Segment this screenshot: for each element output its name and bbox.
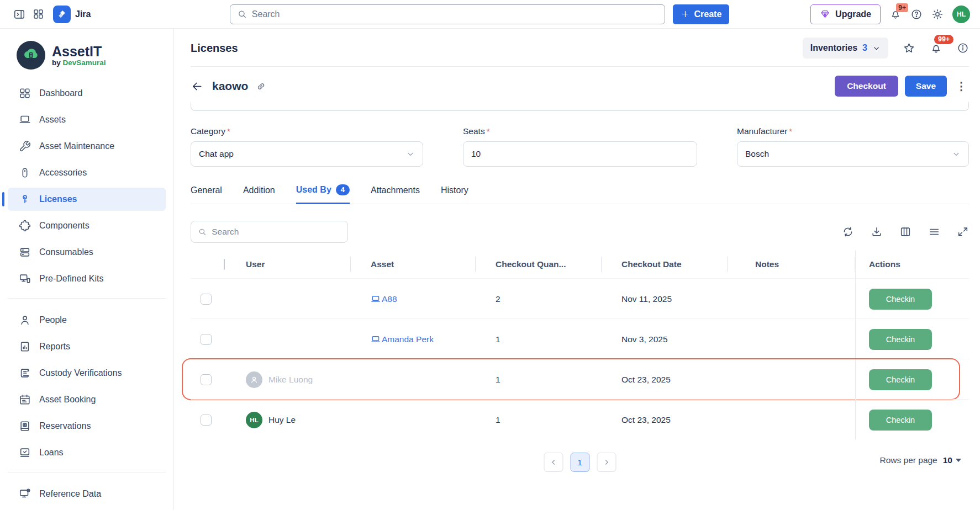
- next-page-button[interactable]: [597, 453, 616, 472]
- favorite-star-icon[interactable]: [903, 42, 915, 55]
- settings-gear-icon[interactable]: [931, 8, 944, 20]
- caret-down-icon: [956, 459, 961, 462]
- asset-link[interactable]: A88: [371, 294, 397, 304]
- table-row-highlighted: Mike Luong 1 Oct 23, 2025 Checkin: [191, 359, 969, 399]
- row-checkbox[interactable]: [201, 334, 212, 345]
- gem-icon: [820, 9, 830, 19]
- back-arrow-icon[interactable]: [191, 80, 203, 93]
- column-header-notes[interactable]: Notes: [728, 251, 855, 278]
- fullscreen-icon[interactable]: [957, 226, 969, 238]
- checkout-button[interactable]: Checkout: [835, 76, 898, 97]
- column-header-actions: Actions: [855, 251, 969, 278]
- refresh-icon[interactable]: [842, 226, 854, 238]
- chevron-right-icon: [602, 458, 610, 466]
- sidebar-item-components[interactable]: Components: [8, 214, 166, 237]
- page-number-button[interactable]: 1: [570, 453, 589, 472]
- category-label: Category*: [191, 126, 423, 136]
- seats-input[interactable]: 10: [463, 141, 697, 167]
- column-header-user[interactable]: User: [222, 251, 351, 278]
- column-header-checkout-quantity[interactable]: Checkout Quan...: [476, 251, 602, 278]
- chevron-down-icon: [406, 150, 415, 158]
- calendar-icon: [19, 394, 31, 406]
- sidebar-item-people[interactable]: People: [8, 309, 166, 332]
- checkin-button[interactable]: Checkin: [869, 369, 932, 390]
- user-avatar: HL: [246, 412, 262, 428]
- upgrade-button[interactable]: Upgrade: [810, 4, 881, 24]
- chevron-down-icon: [872, 44, 881, 52]
- save-button[interactable]: Save: [905, 76, 947, 97]
- tab-addition[interactable]: Addition: [243, 184, 275, 204]
- scroll-icon: [19, 367, 31, 379]
- sidebar-item-asset-maintenance[interactable]: Asset Maintenance: [8, 135, 166, 158]
- tab-general[interactable]: General: [191, 184, 222, 204]
- asset-link[interactable]: Amanda Perk: [371, 334, 434, 344]
- row-checkbox[interactable]: [201, 415, 212, 426]
- table-search-input[interactable]: [212, 227, 341, 237]
- notifications-bell-icon[interactable]: 9+: [889, 8, 902, 20]
- tab-used-by[interactable]: Used By 4: [296, 184, 350, 204]
- create-button[interactable]: Create: [673, 4, 729, 24]
- monitor-gear-icon: [19, 488, 31, 500]
- global-search-input[interactable]: [252, 9, 658, 19]
- info-icon[interactable]: [957, 42, 969, 54]
- help-icon[interactable]: [910, 8, 923, 20]
- more-options-icon[interactable]: ⋮: [953, 82, 969, 90]
- columns-icon[interactable]: [899, 226, 911, 238]
- search-icon: [198, 227, 207, 237]
- address-book-icon: [19, 420, 31, 432]
- table-row: A88 2 Nov 11, 2025 Checkin: [191, 278, 969, 318]
- sidebar-item-consumables[interactable]: Consumables: [8, 241, 166, 264]
- sidebar-item-reference-data[interactable]: Reference Data: [8, 482, 166, 506]
- sidebar-item-pre-defined-kits[interactable]: Pre-Defined Kits: [8, 267, 166, 290]
- main-content: Licenses Inventories 3 99+: [174, 29, 980, 510]
- table-search[interactable]: [191, 221, 348, 243]
- app-switcher-icon[interactable]: [29, 5, 48, 24]
- page-notification-count-badge: 99+: [934, 35, 953, 44]
- sidebar-item-assets[interactable]: Assets: [8, 108, 166, 131]
- jira-logo-icon[interactable]: [53, 6, 71, 23]
- inventories-dropdown[interactable]: Inventories 3: [803, 38, 888, 59]
- sidebar-item-asset-booking[interactable]: Asset Booking: [8, 388, 166, 411]
- global-search[interactable]: [230, 4, 665, 24]
- tab-history[interactable]: History: [441, 184, 468, 204]
- checkin-button[interactable]: Checkin: [869, 410, 932, 431]
- row-density-icon[interactable]: [928, 226, 940, 238]
- table-row: Amanda Perk 1 Nov 3, 2025 Checkin: [191, 318, 969, 359]
- download-icon[interactable]: [871, 226, 883, 238]
- sidebar-item-accessories[interactable]: Accessories: [8, 161, 166, 184]
- checkin-button[interactable]: Checkin: [869, 289, 932, 310]
- sidebar-item-dashboard[interactable]: Dashboard: [8, 82, 166, 105]
- sidebar-item-reports[interactable]: Reports: [8, 335, 166, 358]
- seats-label: Seats*: [463, 126, 697, 136]
- sidebar-item-loans[interactable]: Loans: [8, 441, 166, 464]
- user-avatar[interactable]: HL: [952, 6, 970, 23]
- page-notifications-bell-icon[interactable]: 99+: [930, 42, 942, 55]
- collapse-sidebar-icon[interactable]: [10, 5, 29, 24]
- report-icon: [19, 341, 31, 353]
- manufacturer-select[interactable]: Bosch: [737, 141, 969, 167]
- checkin-button[interactable]: Checkin: [869, 329, 932, 350]
- laptop-icon: [19, 114, 31, 126]
- assetit-logo-icon: [17, 41, 45, 70]
- prev-page-button[interactable]: [544, 453, 563, 472]
- checkout-date-cell: Nov 11, 2025: [602, 279, 728, 319]
- tab-attachments[interactable]: Attachments: [371, 184, 420, 204]
- category-select[interactable]: Chat app: [191, 141, 423, 167]
- inventories-count: 3: [862, 43, 867, 53]
- copy-link-icon[interactable]: [256, 81, 266, 92]
- sidebar-item-custody-verifications[interactable]: Custody Verifications: [8, 362, 166, 385]
- row-checkbox[interactable]: [201, 294, 212, 305]
- required-asterisk: *: [789, 126, 792, 136]
- required-asterisk: *: [227, 126, 230, 136]
- row-checkbox[interactable]: [201, 374, 212, 385]
- chevron-down-icon: [952, 150, 961, 158]
- laptop-icon: [371, 294, 381, 304]
- rows-per-page-select[interactable]: 10: [943, 455, 961, 465]
- sidebar-divider: [8, 298, 166, 299]
- column-header-checkout-date[interactable]: Checkout Date: [602, 251, 728, 278]
- sidebar-item-reservations[interactable]: Reservations: [8, 415, 166, 438]
- column-header-asset[interactable]: Asset: [351, 251, 476, 278]
- sidebar-item-licenses[interactable]: Licenses: [8, 188, 166, 211]
- kit-icon: [19, 273, 31, 285]
- search-icon: [237, 9, 247, 19]
